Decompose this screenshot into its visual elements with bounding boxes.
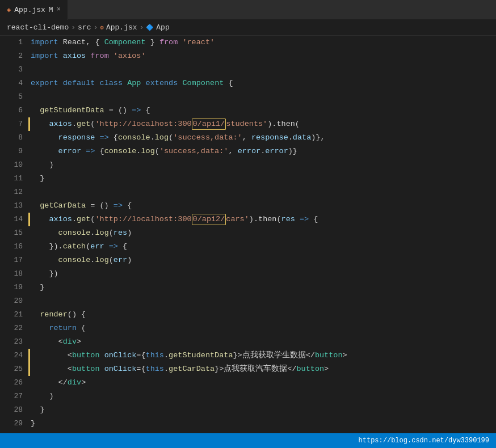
line-num-26: 26 [9, 376, 23, 390]
code-line-4: export default class App extends Compone… [31, 77, 496, 90]
code-line-13: getCarData = () => { [31, 199, 496, 213]
breadcrumb-file[interactable]: App.jsx [106, 23, 137, 32]
line-num-28: 28 [9, 403, 23, 417]
line-num-13: 13 [9, 199, 23, 213]
code-line-10: ) [31, 158, 496, 172]
line-num-2: 2 [9, 49, 23, 63]
status-bar: https://blog.csdn.net/dyw3390199 [0, 433, 496, 448]
line-num-1: 1 [9, 36, 23, 49]
code-lines: import React, { Component } from 'react'… [28, 36, 496, 433]
breadcrumb-project[interactable]: react-cli-demo [7, 23, 69, 32]
code-line-21: render() { [31, 308, 496, 322]
code-line-8: response => {console.log('success,data:'… [31, 131, 496, 145]
code-line-28: } [31, 403, 496, 417]
code-line-14: axios.get('http://localhost:3000/api2/ca… [31, 213, 496, 226]
breadcrumb-file-icon: ⚙ [100, 24, 104, 31]
status-bar-url: https://blog.csdn.net/dyw3390199 [359, 437, 489, 445]
breadcrumb-sep2: › [93, 23, 98, 32]
line-num-25: 25 [9, 362, 23, 376]
line-num-3: 3 [9, 63, 23, 77]
code-line-2: import axios from 'axios' [31, 49, 496, 63]
code-line-17: console.log(err) [31, 253, 496, 267]
code-line-7: axios.get('http://localhost:3000/api1/st… [31, 117, 496, 131]
line-num-19: 19 [9, 281, 23, 294]
breadcrumb-src[interactable]: src [78, 23, 91, 32]
kw-import-1: import [31, 36, 58, 49]
line-num-10: 10 [9, 158, 23, 172]
code-line-30 [31, 430, 496, 433]
line-num-16: 16 [9, 240, 23, 253]
line-num-8: 8 [9, 131, 23, 145]
code-line-1: import React, { Component } from 'react' [31, 36, 496, 49]
line-num-4: 4 [9, 77, 23, 90]
code-line-15: console.log(res) [31, 226, 496, 240]
line-num-12: 12 [9, 185, 23, 199]
line-num-22: 22 [9, 322, 23, 335]
line-num-21: 21 [9, 308, 23, 322]
breadcrumb-sep3: › [139, 23, 144, 32]
line-num-11: 11 [9, 172, 23, 185]
breadcrumb-symbol[interactable]: App [156, 23, 169, 32]
line-num-9: 9 [9, 145, 23, 158]
line-num-14: 14 [9, 213, 23, 226]
code-line-6: getStudentData = () => { [31, 104, 496, 117]
tab-close-button[interactable]: × [57, 6, 61, 14]
code-line-27: ) [31, 390, 496, 403]
code-line-29: } [31, 417, 496, 430]
line-num-29: 29 [9, 417, 23, 430]
tab-appjsx[interactable]: ◈ App.jsx M × [0, 0, 68, 20]
line-num-15: 15 [9, 226, 23, 240]
code-line-20 [31, 294, 496, 308]
code-line-5 [31, 90, 496, 104]
line-num-30: 30 [9, 430, 23, 433]
code-line-26: </div> [31, 376, 496, 390]
line-num-23: 23 [9, 335, 23, 349]
line-num-18: 18 [9, 267, 23, 281]
line-num-17: 17 [9, 253, 23, 267]
line-numbers: 1 2 3 4 5 6 7 8 9 10 11 12 13 14 15 16 1… [0, 36, 28, 433]
breadcrumb-class-icon: 🔷 [146, 24, 154, 31]
code-line-16: }).catch(err => { [31, 240, 496, 253]
line-num-24: 24 [9, 349, 23, 362]
code-area: 1 2 3 4 5 6 7 8 9 10 11 12 13 14 15 16 1… [0, 36, 496, 433]
breadcrumb: react-cli-demo › src › ⚙ App.jsx › 🔷 App [0, 20, 496, 36]
line-num-7: 7 [9, 117, 23, 131]
code-line-12 [31, 185, 496, 199]
tab-filename: App.jsx [14, 6, 45, 14]
code-line-3 [31, 63, 496, 77]
code-line-22: return ( [31, 322, 496, 335]
tab-modified-indicator: M [49, 6, 53, 14]
line-num-20: 20 [9, 294, 23, 308]
tab-bar: ◈ App.jsx M × [0, 0, 496, 20]
code-line-25: <button onClick={this.getCarData}>点我获取汽车… [31, 362, 496, 376]
breadcrumb-sep1: › [71, 23, 75, 32]
code-line-23: <div> [31, 335, 496, 349]
code-line-11: } [31, 172, 496, 185]
line-num-5: 5 [9, 90, 23, 104]
code-line-19: } [31, 281, 496, 294]
line-num-6: 6 [9, 104, 23, 117]
code-line-9: error => {console.log('success,data:', e… [31, 145, 496, 158]
code-line-24: <button onClick={this.getStudentData}>点我… [31, 349, 496, 362]
line-num-27: 27 [9, 390, 23, 403]
editor: 1 2 3 4 5 6 7 8 9 10 11 12 13 14 15 16 1… [0, 36, 496, 433]
file-icon: ◈ [7, 6, 11, 14]
code-line-18: }) [31, 267, 496, 281]
